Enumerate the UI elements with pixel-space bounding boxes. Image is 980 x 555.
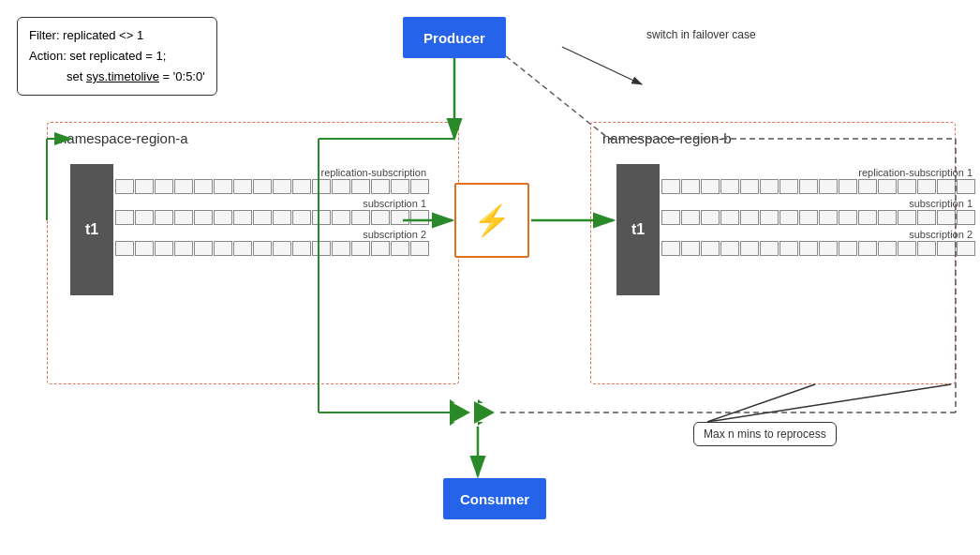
cell — [701, 179, 720, 194]
cell — [780, 210, 798, 225]
cell — [799, 210, 818, 225]
cell — [858, 179, 877, 194]
cell — [681, 241, 700, 256]
cell — [174, 179, 193, 194]
cell — [214, 210, 232, 225]
cell — [917, 210, 936, 225]
msg-row-sub2-a — [115, 241, 430, 256]
cell — [410, 179, 429, 194]
cell — [292, 210, 311, 225]
cell — [898, 210, 916, 225]
filter-box: Filter: replicated <> 1 Action: set repl… — [17, 17, 217, 96]
cell — [135, 210, 154, 225]
cell — [839, 179, 857, 194]
cell — [174, 241, 193, 256]
lightning-icon: ⚡ — [473, 202, 511, 238]
cell — [720, 210, 739, 225]
cell — [351, 179, 370, 194]
cell — [273, 179, 291, 194]
topic-block-a: t1 replication-subscription — [70, 164, 430, 295]
action-line2: set sys.timetolive = '0:5:0' — [67, 67, 205, 87]
filter-line: Filter: replicated <> 1 — [29, 25, 205, 46]
cell — [391, 179, 409, 194]
cell — [799, 179, 818, 194]
consumer-box: Consumer — [443, 478, 546, 519]
failover-annotation-line — [562, 47, 642, 84]
cell — [937, 179, 956, 194]
cell — [720, 179, 739, 194]
cell — [937, 210, 956, 225]
merge-left-arrow — [450, 399, 468, 426]
merge-arrow-2 — [474, 401, 495, 424]
cell — [681, 179, 700, 194]
cell — [115, 241, 134, 256]
cell — [194, 179, 213, 194]
cell — [839, 241, 857, 256]
region-b-label: namespace-region-b — [602, 130, 732, 146]
msg-row-rep-b — [661, 179, 976, 194]
cell — [740, 241, 759, 256]
cell — [661, 241, 680, 256]
producer-label: Producer — [423, 30, 485, 46]
timetolive-text: sys.timetolive — [86, 69, 159, 83]
sub1-label-a: subscription 1 — [115, 198, 430, 209]
cell — [740, 210, 759, 225]
cell — [214, 179, 232, 194]
cell — [155, 179, 173, 194]
producer-box: Producer — [403, 17, 506, 58]
cell — [760, 179, 779, 194]
topic-label-b: t1 — [616, 164, 660, 295]
cell — [351, 210, 370, 225]
cell — [780, 241, 798, 256]
merge-right-arrow — [478, 399, 497, 426]
cell — [115, 179, 134, 194]
cell — [233, 210, 252, 225]
cell — [760, 210, 779, 225]
action-line: Action: set replicated = 1; — [29, 46, 205, 67]
cell — [878, 241, 897, 256]
cell — [194, 241, 213, 256]
cell — [253, 241, 272, 256]
cell — [917, 179, 936, 194]
cell — [292, 179, 311, 194]
cell — [878, 210, 897, 225]
merge-bg — [450, 403, 497, 422]
function-box: ⚡ — [454, 183, 529, 258]
cell — [214, 241, 232, 256]
cell — [135, 179, 154, 194]
cell — [957, 241, 975, 256]
consumer-label: Consumer — [460, 491, 529, 507]
cell — [661, 210, 680, 225]
cell — [898, 179, 916, 194]
reprocess-line-1 — [707, 384, 815, 422]
cell — [371, 241, 390, 256]
cell — [937, 241, 956, 256]
rows-container-b: replication-subscription 1 su — [661, 164, 976, 295]
cell — [839, 210, 857, 225]
cell — [371, 210, 390, 225]
reprocess-label: Max n mins to reprocess — [693, 422, 837, 446]
msg-row-sub1-b — [661, 210, 976, 225]
cell — [155, 241, 173, 256]
cell — [233, 179, 252, 194]
cell — [819, 241, 838, 256]
cell — [233, 241, 252, 256]
cell — [701, 241, 720, 256]
cell — [957, 210, 975, 225]
cell — [740, 179, 759, 194]
cell — [273, 210, 291, 225]
cell — [194, 210, 213, 225]
cell — [253, 210, 272, 225]
cell — [174, 210, 193, 225]
cell — [780, 179, 798, 194]
cell — [155, 210, 173, 225]
sub2-label-b: subscription 2 — [661, 229, 976, 240]
msg-row-sub2-b — [661, 241, 976, 256]
topic-label-a: t1 — [70, 164, 113, 295]
failover-label: switch in failover case — [646, 28, 756, 41]
sub2-label-a: subscription 2 — [115, 229, 430, 240]
cell — [351, 241, 370, 256]
topic-block-b: t1 replication-subscription 1 — [616, 164, 976, 295]
cell — [661, 179, 680, 194]
msg-row-sub1-a — [115, 210, 430, 225]
